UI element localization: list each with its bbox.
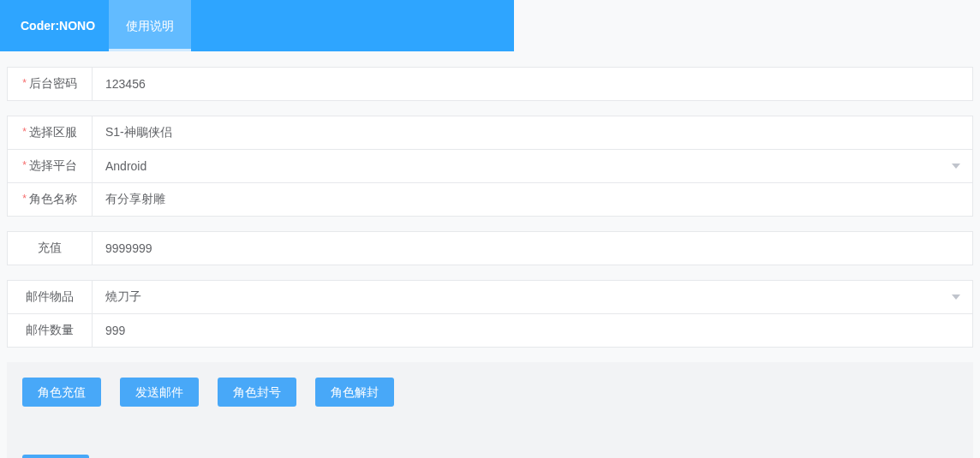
header-bar: Coder:NONO 使用说明 bbox=[0, 0, 514, 51]
label-password: * 后台密码 bbox=[7, 67, 93, 101]
tab-usage[interactable]: 使用说明 bbox=[109, 0, 191, 51]
recharge-button[interactable]: 角色充值 bbox=[22, 378, 101, 407]
brand-label: Coder:NONO bbox=[21, 0, 95, 51]
required-mark: * bbox=[22, 193, 27, 205]
form-container: * 后台密码 * 选择区服 * 选择平台 bbox=[0, 51, 980, 458]
required-mark: * bbox=[22, 159, 27, 171]
label-password-text: 后台密码 bbox=[29, 76, 77, 92]
label-mail-item-text: 邮件物品 bbox=[26, 289, 74, 305]
pending-button[interactable]: 等开发 bbox=[22, 455, 89, 458]
group-password: * 后台密码 bbox=[7, 67, 973, 101]
select-mail-item[interactable] bbox=[105, 290, 959, 304]
unban-button[interactable]: 角色解封 bbox=[315, 378, 394, 407]
input-recharge[interactable] bbox=[105, 241, 959, 255]
label-server: * 选择区服 bbox=[7, 116, 93, 150]
field-mail-qty[interactable] bbox=[93, 313, 973, 348]
label-mail-qty: 邮件数量 bbox=[7, 313, 93, 348]
label-platform: * 选择平台 bbox=[7, 149, 93, 183]
required-mark: * bbox=[22, 77, 27, 89]
row-platform: * 选择平台 bbox=[7, 149, 973, 183]
row-role: * 角色名称 bbox=[7, 182, 973, 217]
label-recharge: 充值 bbox=[7, 231, 93, 265]
group-recharge: 充值 bbox=[7, 231, 973, 265]
label-recharge-text: 充值 bbox=[38, 241, 62, 256]
sendmail-button[interactable]: 发送邮件 bbox=[120, 378, 199, 407]
field-password[interactable] bbox=[93, 67, 973, 101]
ban-button[interactable]: 角色封号 bbox=[218, 378, 296, 407]
row-mail-qty: 邮件数量 bbox=[7, 313, 973, 348]
button-bar: 角色充值 发送邮件 角色封号 角色解封 等开发 bbox=[7, 362, 973, 458]
input-password[interactable] bbox=[105, 77, 959, 91]
field-recharge[interactable] bbox=[93, 231, 973, 265]
field-platform[interactable] bbox=[93, 149, 973, 183]
select-platform[interactable] bbox=[105, 159, 959, 173]
field-role[interactable] bbox=[93, 182, 973, 217]
row-recharge: 充值 bbox=[7, 231, 973, 265]
label-mail-item: 邮件物品 bbox=[7, 280, 93, 314]
row-password: * 后台密码 bbox=[7, 67, 973, 101]
label-role: * 角色名称 bbox=[7, 182, 93, 217]
label-role-text: 角色名称 bbox=[29, 192, 77, 207]
field-server[interactable] bbox=[93, 116, 973, 150]
required-mark: * bbox=[22, 126, 27, 138]
label-mail-qty-text: 邮件数量 bbox=[26, 323, 74, 338]
row-server: * 选择区服 bbox=[7, 116, 973, 150]
group-mail: 邮件物品 邮件数量 bbox=[7, 280, 973, 348]
input-mail-qty[interactable] bbox=[105, 324, 959, 337]
input-server[interactable] bbox=[105, 126, 959, 140]
input-role[interactable] bbox=[105, 193, 959, 206]
field-mail-item[interactable] bbox=[93, 280, 973, 314]
label-platform-text: 选择平台 bbox=[29, 158, 77, 174]
row-mail-item: 邮件物品 bbox=[7, 280, 973, 314]
label-server-text: 选择区服 bbox=[29, 125, 77, 140]
group-server-platform-role: * 选择区服 * 选择平台 * 角色名称 bbox=[7, 116, 973, 217]
